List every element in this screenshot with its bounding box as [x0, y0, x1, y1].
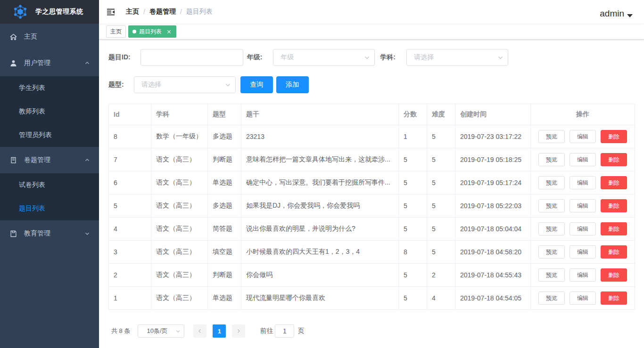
search-button[interactable]: 查询: [240, 76, 273, 93]
sidebar-item-user-management[interactable]: 用户管理: [0, 50, 99, 76]
cell-id: 6: [109, 171, 151, 194]
cell-id: 8: [109, 125, 151, 148]
navbar: 主页 / 卷题管理 / 题目列表 admin: [99, 0, 644, 24]
edit-button[interactable]: 编辑: [570, 291, 596, 305]
cell-score: 5: [399, 194, 427, 218]
column-header-subject: 学科: [151, 104, 208, 125]
fold-menu-icon: [107, 8, 115, 16]
main-area: 主页 / 卷题管理 / 题目列表 admin 主页 题目列表: [99, 0, 644, 348]
delete-button[interactable]: 删除: [601, 153, 627, 166]
sidebar-item-label: 用户管理: [24, 59, 50, 67]
app-logo: 学之思管理系统: [0, 0, 99, 24]
cell-difficulty: 5: [427, 241, 455, 264]
grade-select[interactable]: 年级: [273, 49, 375, 66]
table-row: 2语文（高三）判断题你会做吗522019-07-18 04:55:43预览编辑删…: [109, 264, 635, 287]
cell-created: 2019-07-18 04:55:43: [455, 264, 531, 287]
sidebar-item-admin-list[interactable]: 管理员列表: [0, 123, 99, 147]
sidebar-item-education-management[interactable]: 教育管理: [0, 220, 99, 247]
preview-button[interactable]: 预览: [538, 222, 565, 235]
cell-subject: 语文（高三）: [151, 264, 208, 287]
preview-button[interactable]: 预览: [538, 268, 565, 282]
cell-subject: 语文（高三）: [151, 194, 208, 218]
delete-button[interactable]: 删除: [601, 268, 627, 282]
breadcrumb-current: 题目列表: [186, 8, 213, 16]
prev-page-button[interactable]: [193, 324, 206, 338]
cell-id: 5: [109, 194, 151, 218]
delete-button[interactable]: 删除: [601, 222, 627, 235]
caret-down-icon: [627, 14, 633, 17]
breadcrumb-home[interactable]: 主页: [126, 8, 139, 16]
page-size-value: 10条/页: [147, 327, 167, 335]
page-size-select[interactable]: 10条/页: [138, 324, 184, 338]
delete-button[interactable]: 删除: [601, 245, 627, 259]
logo-molecule-icon: [13, 4, 28, 19]
sidebar-item-question-list[interactable]: 题目列表: [0, 197, 99, 220]
cell-type: 多选题: [208, 125, 241, 148]
preview-button[interactable]: 预览: [538, 153, 565, 166]
tag-question-list[interactable]: 题目列表: [128, 25, 176, 38]
table-row: 6语文（高三）单选题确定中心，写出深意。我们要着于挖掘所写事件...552019…: [109, 171, 635, 194]
sidebar-menu: 主页 用户管理 学生列表 教师列表 管: [0, 24, 99, 247]
sidebar-toggle-button[interactable]: [99, 0, 122, 24]
sidebar-item-student-list[interactable]: 学生列表: [0, 76, 99, 100]
add-button[interactable]: 添加: [276, 76, 309, 93]
cell-created: 2019-07-19 05:18:25: [455, 148, 531, 171]
table-row: 4语文（高三）简答题说出你最喜欢的明星，并说明为什么?552019-07-18 …: [109, 218, 635, 241]
jump-to-page-input[interactable]: [275, 324, 294, 338]
subject-select[interactable]: 请选择: [406, 49, 508, 66]
edit-button[interactable]: 编辑: [570, 176, 596, 189]
edit-button[interactable]: 编辑: [570, 268, 596, 282]
chevron-left-icon: [197, 328, 203, 334]
cell-stem: 小时候最喜欢的四大天王有1，2，3，4: [241, 241, 399, 264]
breadcrumb-exam-management[interactable]: 卷题管理: [149, 8, 176, 16]
delete-button[interactable]: 删除: [601, 130, 627, 143]
sidebar-item-label: 试卷列表: [19, 181, 45, 189]
preview-button[interactable]: 预览: [538, 199, 565, 212]
cell-actions: 预览编辑删除: [531, 148, 635, 171]
tag-label: 主页: [110, 28, 122, 36]
edit-button[interactable]: 编辑: [570, 153, 596, 166]
chevron-down-icon: [364, 55, 370, 61]
cell-stem: 意味着怎样把一篇文章具体地写出来，这就牵涉...: [241, 148, 399, 171]
grade-label: 年级:: [247, 53, 263, 62]
page-number-1[interactable]: 1: [213, 324, 226, 338]
sidebar-item-paper-list[interactable]: 试卷列表: [0, 173, 99, 197]
breadcrumb: 主页 / 卷题管理 / 题目列表: [126, 8, 213, 16]
cell-subject: 语文（高三）: [151, 287, 208, 310]
edit-button[interactable]: 编辑: [570, 222, 596, 235]
tag-label: 题目列表: [139, 28, 162, 36]
preview-button[interactable]: 预览: [538, 245, 565, 259]
question-id-input[interactable]: [140, 49, 243, 66]
question-type-select[interactable]: 请选择: [134, 76, 236, 93]
next-page-button[interactable]: [232, 324, 245, 338]
cell-difficulty: 5: [427, 148, 455, 171]
cell-subject: 语文（高三）: [151, 218, 208, 241]
delete-button[interactable]: 删除: [601, 176, 627, 189]
tag-close-icon[interactable]: [166, 29, 172, 35]
cell-difficulty: 5: [427, 194, 455, 218]
question-table: Id 学科 题型 题干 分数 难度 创建时间 操作 8数学（一年级）多选题232…: [108, 104, 635, 310]
sidebar-item-home[interactable]: 主页: [0, 24, 99, 50]
cell-stem: 23213: [241, 125, 399, 148]
sidebar-item-label: 管理员列表: [19, 131, 52, 139]
cell-id: 7: [109, 148, 151, 171]
cell-created: 2019-07-19 05:17:24: [455, 171, 531, 194]
delete-button[interactable]: 删除: [601, 199, 627, 212]
cell-type: 判断题: [208, 264, 241, 287]
preview-button[interactable]: 预览: [538, 291, 565, 305]
column-header-stem: 题干: [241, 104, 399, 125]
sidebar-item-label: 教师列表: [19, 107, 45, 116]
edit-button[interactable]: 编辑: [570, 199, 596, 212]
app-title: 学之思管理系统: [35, 8, 83, 16]
edit-button[interactable]: 编辑: [570, 130, 596, 143]
user-dropdown[interactable]: admin: [600, 8, 633, 19]
sidebar-item-exam-management[interactable]: 卷题管理: [0, 147, 99, 173]
edit-button[interactable]: 编辑: [570, 245, 596, 259]
delete-button[interactable]: 删除: [601, 291, 627, 305]
sidebar-item-label: 主页: [24, 32, 37, 41]
preview-button[interactable]: 预览: [538, 176, 565, 189]
sidebar-item-teacher-list[interactable]: 教师列表: [0, 100, 99, 123]
tag-home[interactable]: 主页: [106, 25, 126, 38]
preview-button[interactable]: 预览: [538, 130, 565, 143]
cell-score: 5: [399, 218, 427, 241]
